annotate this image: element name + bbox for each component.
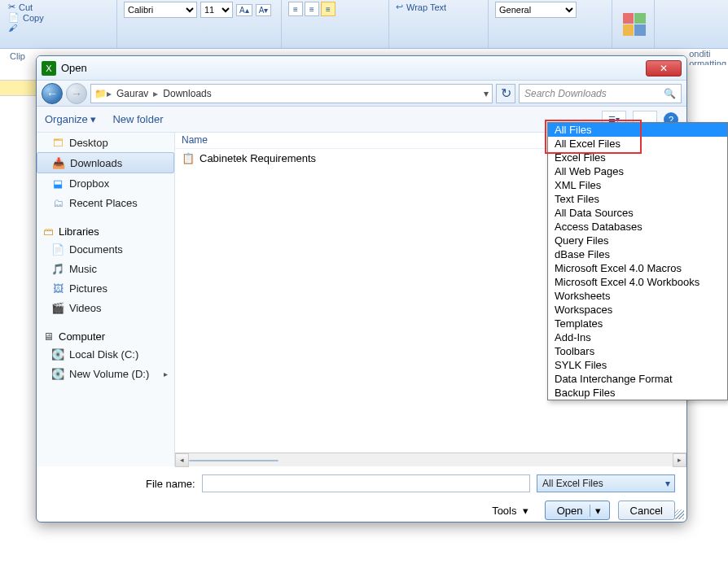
align-left-icon[interactable]: ≡ — [288, 2, 303, 16]
search-input[interactable]: Search Downloads 🔍 — [519, 84, 682, 103]
filetype-option[interactable]: All Data Sources — [548, 206, 727, 220]
action-row: Tools ▾ Open▾ Cancel — [37, 497, 686, 522]
computer-icon: 🖥 — [43, 330, 54, 343]
search-placeholder: Search Downloads — [524, 88, 607, 99]
wrap-label[interactable]: Wrap Text — [406, 2, 446, 12]
sidebar-computer[interactable]: 🖥Computer — [37, 326, 174, 344]
h-scrollbar[interactable]: ◂ ▸ — [175, 453, 686, 466]
filetype-option[interactable]: All Files — [548, 123, 727, 137]
filetype-option[interactable]: Workspaces — [548, 303, 727, 317]
folder-nav-icon: 📁 — [94, 88, 107, 99]
filename-input[interactable] — [202, 474, 530, 492]
recent-icon: 🗂 — [51, 196, 64, 209]
cut-label[interactable]: Cut — [19, 2, 33, 12]
filetype-select[interactable]: All Excel Files — [537, 474, 675, 492]
refresh-button[interactable]: ↻ — [496, 84, 515, 103]
filetype-option[interactable]: Toolbars — [548, 344, 727, 358]
filetype-option[interactable]: Add-Ins — [548, 330, 727, 344]
wrap-icon: ↩ — [396, 2, 403, 12]
organize-menu[interactable]: Organize ▾ — [45, 113, 96, 125]
sidebar-music[interactable]: 🎵Music — [37, 259, 174, 278]
font-name-select[interactable]: Calibri — [124, 2, 197, 18]
sidebar-local-c[interactable]: 💽Local Disk (C:) — [37, 344, 174, 364]
number-format-select[interactable]: General — [495, 2, 577, 18]
excel-ribbon: ✂Cut 📄Copy 🖌 Calibri 11 A▴ A▾ ≡ ≡ ≡ ↩Wra… — [0, 0, 728, 49]
sidebar-recent[interactable]: 🗂Recent Places — [37, 193, 174, 212]
copy-label[interactable]: Copy — [23, 13, 44, 23]
forward-button[interactable]: → — [66, 83, 87, 104]
breadcrumb[interactable]: 📁 ▸ Gaurav ▸ Downloads ▾ — [90, 84, 493, 103]
filetype-option[interactable]: Query Files — [548, 234, 727, 247]
filetype-option[interactable]: XML Files — [548, 178, 727, 192]
pictures-icon: 🖼 — [51, 282, 64, 295]
scroll-left-button[interactable]: ◂ — [175, 453, 189, 467]
copy-icon: 📄 — [8, 12, 20, 23]
close-button[interactable]: ✕ — [646, 60, 682, 77]
filetype-option[interactable]: Backup Files — [548, 386, 727, 400]
sidebar-libraries[interactable]: 🗃Libraries — [37, 221, 174, 239]
back-button[interactable]: ← — [42, 83, 63, 104]
sidebar-dropbox[interactable]: ⬓Dropbox — [37, 173, 174, 193]
filetype-option[interactable]: Microsoft Excel 4.0 Macros — [548, 261, 727, 275]
open-button[interactable]: Open▾ — [545, 501, 610, 520]
sidebar-documents[interactable]: 📄Documents — [37, 239, 174, 259]
filetype-option[interactable]: All Excel Files — [548, 137, 727, 151]
nav-row: ← → 📁 ▸ Gaurav ▸ Downloads ▾ ↻ Search Do… — [37, 81, 686, 107]
scroll-right-button[interactable]: ▸ — [673, 453, 686, 467]
filetype-dropdown-list: All Files All Excel Files Excel Files Al… — [547, 122, 728, 400]
paste-icon: 🖌 — [8, 23, 17, 33]
clipboard-group-label: Clip — [10, 51, 25, 61]
documents-icon: 📄 — [51, 243, 64, 256]
filetype-option[interactable]: Text Files — [548, 192, 727, 206]
align-center-icon[interactable]: ≡ — [305, 2, 319, 16]
filetype-option[interactable]: Worksheets — [548, 289, 727, 303]
filetype-option[interactable]: SYLK Files — [548, 358, 727, 372]
downloads-icon: 📥 — [52, 156, 65, 169]
tools-menu[interactable]: Tools ▾ — [492, 505, 528, 517]
sidebar-downloads[interactable]: 📥Downloads — [37, 152, 174, 173]
font-size-select[interactable]: 11 — [200, 2, 233, 18]
dialog-title: Open — [61, 62, 87, 74]
cut-icon: ✂ — [8, 2, 15, 12]
new-folder-button[interactable]: New folder — [112, 113, 163, 125]
excel-app-icon: X — [42, 61, 56, 76]
crumb-gaurav[interactable]: Gaurav — [112, 88, 153, 99]
file-icon: 📋 — [182, 152, 195, 164]
filetype-option[interactable]: dBase Files — [548, 247, 727, 261]
decrease-font-icon[interactable]: A▾ — [256, 4, 272, 16]
resize-grip[interactable] — [674, 509, 684, 519]
music-icon: 🎵 — [51, 262, 64, 275]
disk-c-icon: 💽 — [51, 348, 64, 361]
search-icon: 🔍 — [664, 88, 676, 99]
disk-d-icon: 💽 — [51, 367, 64, 380]
file-name: Cabinetek Requirements — [200, 152, 316, 164]
open-split-icon[interactable]: ▾ — [590, 505, 606, 517]
sidebar-desktop[interactable]: 🗔Desktop — [37, 133, 174, 152]
dropbox-icon: ⬓ — [51, 177, 64, 190]
filetype-option[interactable]: Excel Files — [548, 151, 727, 164]
sidebar-videos[interactable]: 🎬Videos — [37, 298, 174, 317]
libraries-icon: 🗃 — [43, 225, 54, 238]
align-right-icon[interactable]: ≡ — [321, 2, 335, 16]
scroll-thumb[interactable] — [189, 460, 278, 461]
cond-format-icon[interactable] — [623, 13, 646, 36]
dialog-titlebar: X Open ✕ — [37, 56, 686, 81]
filename-row: File name: All Excel Files — [37, 466, 686, 497]
crumb-downloads[interactable]: Downloads — [158, 88, 216, 99]
filetype-option[interactable]: Microsoft Excel 4.0 Workbooks — [548, 275, 727, 289]
filetype-option[interactable]: Data Interchange Format — [548, 372, 727, 386]
increase-font-icon[interactable]: A▴ — [236, 4, 252, 16]
sidebar-pictures[interactable]: 🖼Pictures — [37, 278, 174, 298]
videos-icon: 🎬 — [51, 301, 64, 314]
filename-label: File name: — [146, 478, 195, 490]
cancel-button[interactable]: Cancel — [618, 501, 675, 520]
sidebar-new-vol-d[interactable]: 💽New Volume (D:)▸ — [37, 364, 174, 383]
filetype-option[interactable]: Templates — [548, 317, 727, 330]
places-sidebar: 🗔Desktop 📥Downloads ⬓Dropbox 🗂Recent Pla… — [37, 133, 175, 466]
filetype-option[interactable]: Access Databases — [548, 220, 727, 234]
filetype-option[interactable]: All Web Pages — [548, 164, 727, 178]
desktop-icon: 🗔 — [51, 136, 64, 149]
